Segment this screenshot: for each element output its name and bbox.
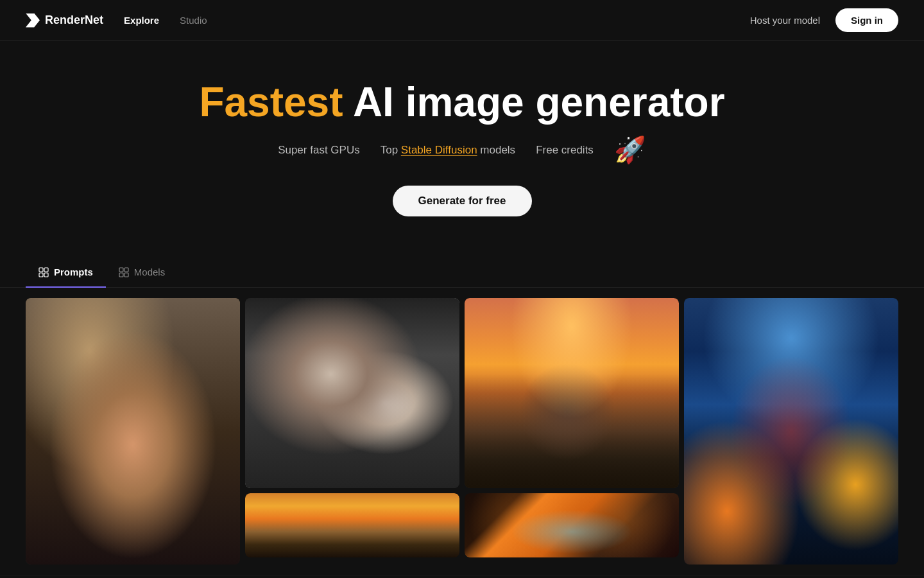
svg-rect-2 — [39, 273, 43, 277]
gallery-item-cat-wizard[interactable] — [26, 298, 240, 565]
tab-models-label: Models — [134, 267, 165, 277]
hero-sub-gpus: Super fast GPUs — [278, 144, 360, 157]
hero-sub-credits: Free credits — [536, 144, 594, 157]
gallery — [0, 298, 924, 565]
gallery-item-anime-sunset[interactable] — [245, 493, 459, 557]
host-model-link[interactable]: Host your model — [750, 15, 820, 26]
nav-studio[interactable]: Studio — [180, 15, 207, 26]
gallery-col-4 — [684, 298, 898, 565]
gallery-item-luffy[interactable] — [684, 298, 898, 565]
nav-explore[interactable]: Explore — [124, 15, 159, 26]
gallery-col-1 — [26, 298, 240, 565]
stable-diffusion-text: Stable Diffusion — [401, 144, 477, 156]
logo-icon — [26, 13, 40, 28]
gallery-item-warrior-beach[interactable] — [465, 298, 679, 488]
svg-rect-3 — [44, 273, 48, 277]
hero-subtext: Super fast GPUs Top Stable Diffusion mod… — [26, 135, 898, 165]
svg-rect-6 — [119, 273, 123, 277]
models-icon — [119, 267, 129, 277]
gallery-item-cyborg-woman[interactable] — [245, 298, 459, 488]
cyborg-woman-image — [245, 298, 459, 488]
nav-right: Host your model Sign in — [750, 8, 898, 32]
svg-rect-7 — [124, 273, 128, 277]
cat-wizard-image — [26, 298, 240, 565]
rocket-icon: 🚀 — [614, 135, 646, 165]
anime-sunset-image — [245, 493, 459, 557]
hero-section: Fastest AI image generator Super fast GP… — [0, 41, 924, 242]
sign-in-button[interactable]: Sign in — [835, 8, 898, 32]
tab-prompts-label: Prompts — [54, 267, 93, 277]
gallery-col-3 — [465, 298, 679, 565]
navigation: RenderNet Explore Studio Host your model… — [0, 0, 924, 41]
gallery-col-2 — [245, 298, 459, 565]
svg-rect-4 — [119, 268, 123, 272]
hero-headline-rest: AI image generator — [343, 79, 724, 125]
svg-rect-5 — [124, 268, 128, 272]
warrior-beach-image — [465, 298, 679, 488]
footer: Backed by Y Combinator © RenderNet | Cre… — [0, 575, 924, 578]
tab-models[interactable]: Models — [106, 258, 178, 288]
gallery-item-halloween[interactable] — [465, 493, 679, 557]
svg-rect-1 — [44, 268, 48, 272]
generate-button[interactable]: Generate for free — [393, 186, 532, 216]
luffy-image — [684, 298, 898, 565]
tab-prompts[interactable]: Prompts — [26, 258, 106, 288]
logo-link[interactable]: RenderNet — [26, 13, 103, 28]
hero-sub-sd: Top Stable Diffusion models — [381, 144, 515, 157]
prompts-icon — [38, 267, 49, 277]
tabs-container: Prompts Models — [0, 258, 924, 288]
hero-headline: Fastest AI image generator — [26, 80, 898, 125]
halloween-image — [465, 493, 679, 557]
hero-headline-orange: Fastest — [199, 79, 343, 125]
logo-text: RenderNet — [45, 13, 103, 27]
nav-links: Explore Studio — [124, 15, 207, 26]
svg-rect-0 — [39, 268, 43, 272]
